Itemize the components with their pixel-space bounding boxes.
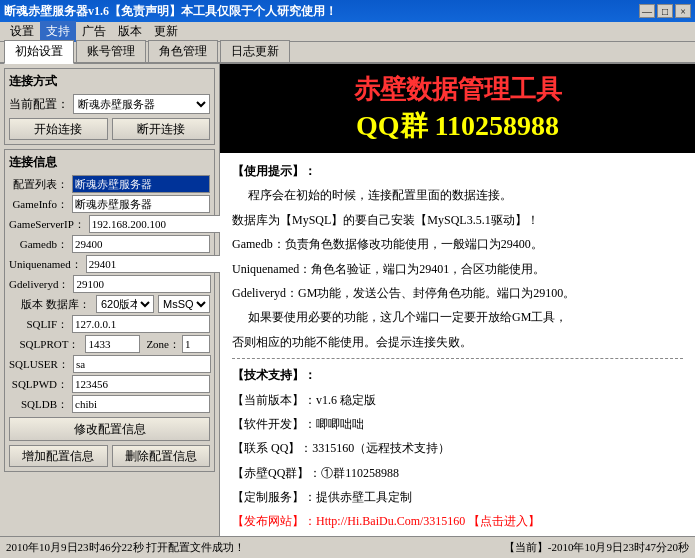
connect-section-title: 连接方式 [9,73,210,90]
add-config-button[interactable]: 增加配置信息 [9,445,108,467]
connect-type-row: 当前配置： 断魂赤壁服务器 [9,94,210,114]
banner: 赤壁数据管理工具 QQ群 110258988 [220,64,695,153]
divider [232,358,683,359]
tip1: 程序会在初始的时候，连接配置里面的数据连接。 [232,185,683,205]
sqlif-row: SQLIF： [9,315,210,333]
unique-label: Uniquenamed： [9,257,86,272]
website-info[interactable]: 【发布网站】：Http://Hi.BaiDu.Com/3315160 【点击进入… [232,511,683,531]
disconnect-button[interactable]: 断开连接 [112,118,211,140]
config-select[interactable]: 断魂赤壁服务器 [73,94,210,114]
sqldb-label: SQLDB： [9,397,72,412]
config-action-row: 增加配置信息 删除配置信息 [9,445,210,467]
menu-bar: 设置 支持 广告 版本 更新 [0,22,695,42]
connect-button[interactable]: 开始连接 [9,118,108,140]
tab-role-mgmt[interactable]: 角色管理 [148,40,218,62]
main-content: 连接方式 当前配置： 断魂赤壁服务器 开始连接 断开连接 连接信息 配置列表： [0,64,695,536]
version-label: 版本 数据库： [9,297,94,312]
tip7: 否则相应的功能不能使用。会提示连接失败。 [232,332,683,352]
tab-log-update[interactable]: 日志更新 [220,40,290,62]
delete-config-button[interactable]: 删除配置信息 [112,445,211,467]
tip6: 如果要使用必要的功能，这几个端口一定要开放给GM工具， [232,307,683,327]
unique-input[interactable] [86,255,224,273]
version-info: 【当前版本】：v1.6 稳定版 [232,390,683,410]
app-title: 断魂赤壁服务器v1.6【免责声明】本工具仅限于个人研究使用！ [4,3,337,20]
window-controls: — □ × [639,4,691,18]
current-config-label: 当前配置： [9,96,69,113]
sqlif-label: SQLIF： [9,317,72,332]
tip4: Uniquenamed：角色名验证，端口为29401，合区功能使用。 [232,259,683,279]
modify-config-button[interactable]: 修改配置信息 [9,417,210,441]
config-list-input[interactable] [72,175,210,193]
custom-info: 【定制服务】：提供赤壁工具定制 [232,487,683,507]
sqlif-input[interactable] [72,315,210,333]
banner-title-text: 赤壁数据管理工具 [354,75,562,104]
sqluser-label: SQLUSER： [9,357,73,372]
menu-item-support[interactable]: 支持 [40,21,76,42]
gdelivery-label: Gdeliveryd： [9,277,73,292]
title-bar: 断魂赤壁服务器v1.6【免责声明】本工具仅限于个人研究使用！ — □ × [0,0,695,22]
serverip-input[interactable] [89,215,227,233]
version-select[interactable]: 620版本 [96,295,154,313]
tab-initial-setup[interactable]: 初始设置 [4,40,74,64]
banner-qq: QQ群 110258988 [232,107,683,145]
close-button[interactable]: × [675,4,691,18]
menu-item-update[interactable]: 更新 [148,21,184,42]
info-row-unique: Uniquenamed： [9,255,210,273]
sqlpwd-label: SQLPWD： [9,377,72,392]
sqluser-input[interactable] [73,355,211,373]
left-panel: 连接方式 当前配置： 断魂赤壁服务器 开始连接 断开连接 连接信息 配置列表： [0,64,220,536]
info-section: 连接信息 配置列表： GameInfo： GameServerIP： Gamed… [4,149,215,472]
tab-bar: 初始设置 账号管理 角色管理 日志更新 [0,42,695,64]
sqldb-input[interactable] [72,395,210,413]
info-row-gamedb: Gamedb： [9,235,210,253]
website-text: 【发布网站】：Http://Hi.BaiDu.Com/3315160 【点击进入… [232,514,540,528]
tip2: 数据库为【MySQL】的要自己安装【MySQL3.5.1驱动】！ [232,210,683,230]
right-panel: 赤壁数据管理工具 QQ群 110258988 【使用提示】： 程序会在初始的时候… [220,64,695,536]
tech-support-header: 【技术支持】： [232,365,683,385]
serverip-label: GameServerIP： [9,217,89,232]
gameinfo-input[interactable] [72,195,210,213]
menu-item-settings[interactable]: 设置 [4,21,40,42]
gamedb-label: Gamedb： [9,237,72,252]
status-left: 2010年10月9日23时46分22秒 打开配置文件成功！ [6,540,245,555]
menu-item-ad[interactable]: 广告 [76,21,112,42]
developer-info: 【软件开发】：唧唧咄咄 [232,414,683,434]
info-row-gameinfo: GameInfo： [9,195,210,213]
status-right: 【当前】-2010年10月9日23时47分20秒 [504,540,689,555]
config-list-label: 配置列表： [9,177,72,192]
info-row-gdelivery: Gdeliveryd： [9,275,210,293]
redqq-info: 【赤壁QQ群】：①群110258988 [232,463,683,483]
sqluser-row: SQLUSER： [9,355,210,373]
info-row-config: 配置列表： [9,175,210,193]
maximize-button[interactable]: □ [657,4,673,18]
tab-account-mgmt[interactable]: 账号管理 [76,40,146,62]
menu-item-version[interactable]: 版本 [112,21,148,42]
sqlprot-input[interactable] [85,335,140,353]
sqlprot-label: SQLPROT： [9,337,83,352]
info-row-serverip: GameServerIP： [9,215,210,233]
zone-label: Zone： [146,337,180,352]
qq-info: 【联系 QQ】：3315160（远程技术支持） [232,438,683,458]
sqlpwd-row: SQLPWD： [9,375,210,393]
gdelivery-input[interactable] [73,275,211,293]
zone-input[interactable] [182,335,210,353]
status-bar: 2010年10月9日23时46分22秒 打开配置文件成功！ 【当前】-2010年… [0,536,695,558]
info-section-title: 连接信息 [9,154,210,171]
sqlprot-row: SQLPROT： Zone： [9,335,210,353]
gamedb-input[interactable] [72,235,210,253]
sqlpwd-input[interactable] [72,375,210,393]
tip5: Gdeliveryd：GM功能，发送公告、封停角色功能。端口为29100。 [232,283,683,303]
right-content-area: 【使用提示】： 程序会在初始的时候，连接配置里面的数据连接。 数据库为【MySQ… [220,153,695,536]
usage-tip-header: 【使用提示】： [232,161,683,181]
sqldb-row: SQLDB： [9,395,210,413]
db-select[interactable]: MsSQL库 [158,295,210,313]
banner-title: 赤壁数据管理工具 [232,72,683,107]
connect-btn-row: 开始连接 断开连接 [9,118,210,140]
connect-section: 连接方式 当前配置： 断魂赤壁服务器 开始连接 断开连接 [4,68,215,145]
gameinfo-label: GameInfo： [9,197,72,212]
minimize-button[interactable]: — [639,4,655,18]
info-grid: 配置列表： GameInfo： GameServerIP： Gamedb： Un [9,175,210,413]
tip3: Gamedb：负责角色数据修改功能使用，一般端口为29400。 [232,234,683,254]
version-row: 版本 数据库： 620版本 MsSQL库 [9,295,210,313]
